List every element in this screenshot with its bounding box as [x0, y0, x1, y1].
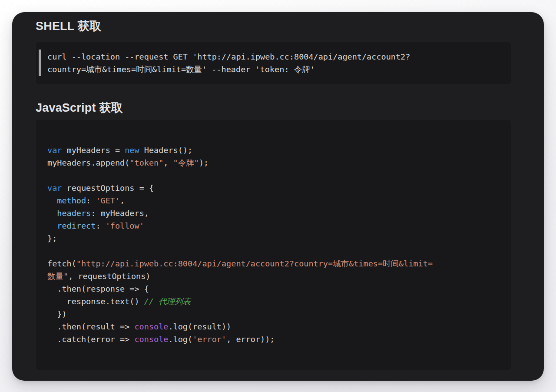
quote-bar: [39, 50, 41, 76]
shell-section: SHELL 获取 curl --location --request GET '…: [36, 19, 511, 84]
shell-section-heading: SHELL 获取: [36, 19, 511, 33]
shell-code: curl --location --request GET 'http://ap…: [47, 50, 505, 76]
api-doc-card: SHELL 获取 curl --location --request GET '…: [12, 12, 544, 381]
javascript-code: var myHeaders = new Headers();myHeaders.…: [47, 144, 500, 345]
shell-code-block: curl --location --request GET 'http://ap…: [36, 42, 511, 84]
javascript-section-heading: JavaScript 获取: [36, 101, 511, 115]
javascript-code-block: var myHeaders = new Headers();myHeaders.…: [36, 119, 511, 370]
javascript-section: JavaScript 获取 var myHeaders = new Header…: [36, 101, 511, 370]
